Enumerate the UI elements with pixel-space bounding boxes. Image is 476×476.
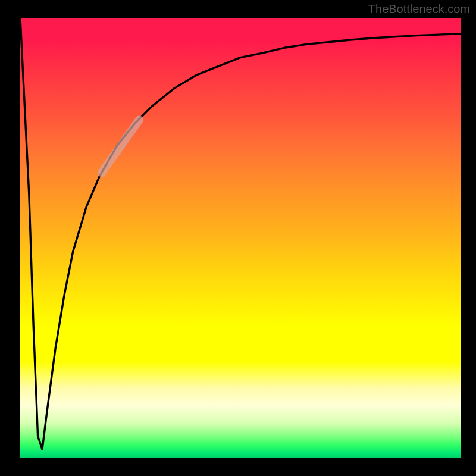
watermark-text: TheBottleneck.com (368, 2, 470, 16)
curve-path (20, 18, 461, 449)
chart-curve (20, 18, 461, 458)
plot-area (20, 18, 461, 458)
